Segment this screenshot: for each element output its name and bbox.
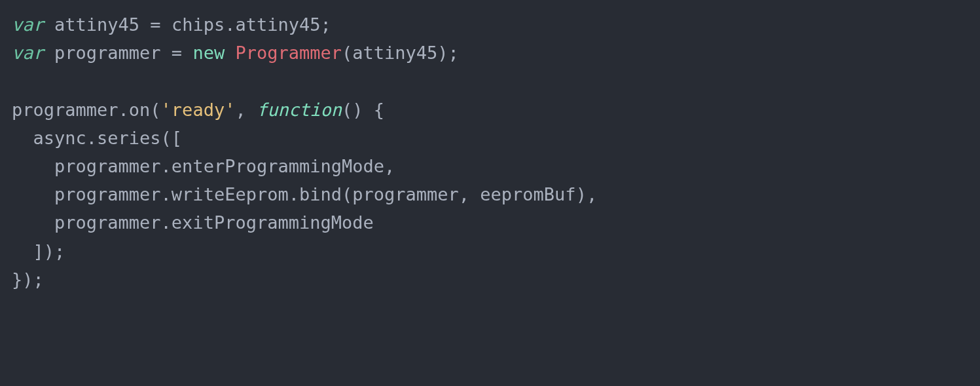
code-line-7: programmer.writeEeprom.bind(programmer, … [12, 184, 597, 204]
bracket-open: ([ [161, 128, 183, 148]
paren-close: ) [437, 43, 448, 63]
paren-close: ) [576, 184, 587, 204]
property: attiny45 [235, 14, 320, 35]
property: writeEeprom [172, 184, 289, 204]
dot: . [161, 156, 172, 176]
identifier: programmer [54, 43, 161, 63]
identifier: chips [172, 14, 225, 35]
keyword-function: function [257, 100, 342, 120]
identifier: programmer [352, 184, 459, 204]
identifier: async [33, 128, 86, 148]
dot: . [86, 128, 97, 148]
method: bind [299, 184, 342, 204]
semicolon: ; [320, 14, 331, 35]
code-line-9: ]); [12, 241, 65, 261]
block-close: }); [12, 269, 44, 290]
identifier: programmer [12, 100, 118, 120]
dot: . [161, 212, 172, 233]
code-block: var attiny45 = chips.attiny45; var progr… [0, 0, 980, 304]
keyword-var: var [12, 43, 44, 63]
identifier: programmer [54, 212, 161, 233]
bracket-close: ]); [12, 241, 65, 261]
paren-open: ( [150, 100, 160, 120]
identifier: eepromBuf [480, 184, 575, 204]
property: exitProgrammingMode [172, 212, 374, 233]
code-line-5: async.series([ [12, 128, 182, 148]
code-line-8: programmer.exitProgrammingMode [12, 212, 374, 233]
code-line-10: }); [12, 269, 44, 290]
operator-equals: = [139, 14, 172, 35]
dot: . [161, 184, 172, 204]
keyword-var: var [12, 14, 44, 35]
identifier: programmer [54, 156, 161, 176]
method: series [97, 128, 161, 148]
identifier: programmer [54, 184, 161, 204]
fn-signature: () { [342, 100, 384, 120]
property: enterProgrammingMode [172, 156, 384, 176]
keyword-new: new [192, 43, 225, 63]
string-literal: 'ready' [161, 100, 236, 120]
code-line-2: var programmer = new Programmer(attiny45… [12, 43, 459, 63]
class-name: Programmer [235, 43, 342, 63]
code-line-6: programmer.enterProgrammingMode, [12, 156, 395, 176]
code-line-1: var attiny45 = chips.attiny45; [12, 14, 331, 35]
dot: . [118, 100, 129, 120]
operator-equals: = [161, 43, 193, 63]
paren-open: ( [342, 43, 352, 63]
method: on [129, 100, 151, 120]
comma: , [587, 184, 597, 204]
identifier: attiny45 [352, 43, 437, 63]
comma: , [235, 100, 257, 120]
semicolon: ; [448, 43, 459, 63]
identifier: attiny45 [54, 14, 139, 35]
dot: . [225, 14, 235, 35]
dot: . [289, 184, 299, 204]
paren-open: ( [342, 184, 352, 204]
comma: , [384, 156, 395, 176]
code-line-4: programmer.on('ready', function() { [12, 100, 384, 120]
comma: , [459, 184, 481, 204]
